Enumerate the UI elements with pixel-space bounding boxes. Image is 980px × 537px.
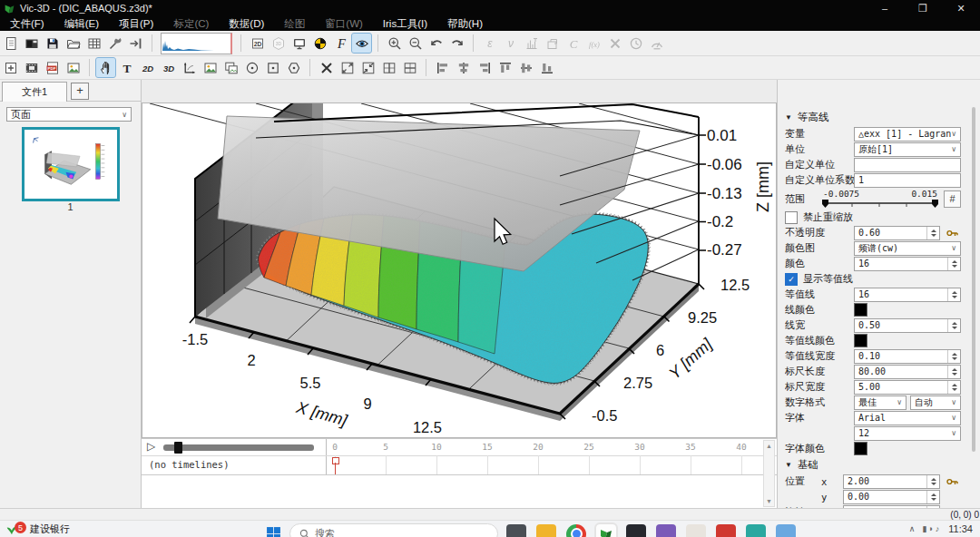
zoom-in-button[interactable] (385, 34, 404, 53)
export-animation-button[interactable] (22, 58, 41, 77)
timeline-scrollbar[interactable]: ▲ ▼ (763, 440, 775, 507)
delete-region-button[interactable] (317, 58, 336, 77)
close-button[interactable]: ✕ (942, 0, 980, 16)
unit-combobox[interactable]: 原始[1]∨ (854, 142, 961, 157)
menu-item-1[interactable]: 编辑(E) (54, 16, 109, 31)
shrink-region-button[interactable] (358, 58, 377, 77)
view-3d-button[interactable]: 3D (269, 34, 288, 53)
folder-icon[interactable] (536, 524, 556, 537)
isoline-width-spin-buttons[interactable] (947, 350, 960, 363)
menu-item-8[interactable]: 帮助(H) (437, 16, 493, 31)
plot-image-button[interactable] (201, 58, 220, 77)
panel-scrollbar[interactable] (968, 107, 979, 501)
save-animation-button[interactable] (22, 34, 41, 53)
font-size-combobox[interactable]: 12∨ (854, 426, 961, 441)
notebook-icon[interactable] (746, 524, 766, 537)
align-middle-button[interactable] (516, 58, 535, 77)
scroll-down-icon[interactable]: ▼ (764, 498, 774, 504)
colors-spin-buttons[interactable] (947, 258, 960, 270)
font-color-swatch[interactable] (854, 442, 867, 455)
rect-region-button[interactable] (263, 58, 282, 77)
doc-icon[interactable] (776, 524, 796, 537)
visibility-button[interactable] (352, 34, 371, 53)
disable-rescale-checkbox[interactable] (785, 211, 798, 224)
clock-button[interactable] (626, 34, 645, 53)
redo-button[interactable] (447, 34, 466, 53)
file-explorer-icon[interactable] (506, 524, 526, 537)
isolines-spinbox[interactable]: 16 (854, 288, 961, 302)
new-document-button[interactable] (1, 34, 20, 53)
menu-item-7[interactable]: Iris工具(I) (373, 16, 437, 31)
opacity-link-button[interactable] (945, 226, 961, 239)
page-thumbnail[interactable] (22, 127, 120, 201)
align-center-button[interactable] (454, 58, 473, 77)
position-x-link-button[interactable] (945, 474, 961, 488)
opacity-spinbox[interactable]: 0.60 (854, 226, 940, 240)
maximize-button[interactable]: ❒ (904, 0, 942, 16)
chrome-icon[interactable] (566, 524, 586, 537)
colors-spinbox[interactable]: 16 (854, 257, 961, 271)
function-button[interactable]: f(x) (584, 34, 603, 53)
scale-width-spinbox[interactable]: 5.00 (854, 380, 961, 395)
add-file-tab-button[interactable]: + (71, 83, 89, 100)
circle-region-button[interactable] (242, 58, 261, 77)
polygon-region-button[interactable] (284, 58, 303, 77)
split-horizontal-button[interactable] (379, 58, 398, 77)
font-family-combobox[interactable]: Arial∨ (854, 411, 961, 425)
number-format-combobox[interactable]: 最佳∨ (854, 395, 906, 410)
custom-unit-factor-input[interactable]: 1 (854, 173, 961, 188)
copy-plot-button[interactable] (221, 58, 240, 77)
line-width-spin-buttons[interactable] (947, 319, 960, 332)
timeline-slider[interactable] (163, 444, 314, 451)
tools-button[interactable] (105, 34, 124, 53)
undo-button[interactable] (426, 34, 446, 53)
position-x-spin-buttons[interactable] (926, 475, 939, 488)
scroll-up-icon[interactable]: ▲ (764, 443, 774, 449)
strain-epsilon-button[interactable]: ε (480, 34, 499, 53)
scale-width-spin-buttons[interactable] (947, 381, 960, 394)
add-text-button[interactable]: T (117, 58, 136, 77)
view-2d-button[interactable]: 2D (248, 34, 267, 53)
remove-button[interactable] (605, 34, 624, 53)
range-discrete-button[interactable]: # (944, 190, 961, 208)
pan-hand-button[interactable] (96, 58, 115, 77)
section-header[interactable]: ▼等高线 (778, 109, 980, 126)
font-button[interactable]: F (331, 34, 350, 53)
variable-combobox[interactable]: △exx [1] - Lagrange∨ (854, 127, 961, 142)
plot-2d-button[interactable]: 2D (138, 58, 157, 77)
open-folder-button[interactable] (64, 34, 83, 53)
align-left-button[interactable] (433, 58, 452, 77)
menu-item-4[interactable]: 数据(D) (219, 16, 274, 31)
import-data-button[interactable] (126, 34, 145, 53)
align-bottom-button[interactable] (537, 58, 556, 77)
pinned-app-label[interactable]: 建设银行 (30, 522, 70, 536)
data-table-button[interactable] (84, 34, 103, 53)
menu-item-2[interactable]: 项目(P) (109, 16, 163, 31)
inspector-chart-button[interactable] (522, 34, 541, 53)
fullscreen-button[interactable] (289, 34, 309, 53)
circle-tool-button[interactable]: C (564, 34, 583, 53)
position-x-spinbox[interactable]: 2.00 (843, 474, 940, 489)
line-color-swatch[interactable] (854, 303, 867, 317)
range-slider[interactable]: -0.00750.015 (821, 189, 939, 209)
colormap-combobox[interactable]: 频谱(cw)∨ (854, 241, 961, 256)
save-button[interactable] (43, 34, 62, 53)
split-vertical-button[interactable] (400, 58, 419, 77)
show-isolines-checkbox[interactable]: ✓ (785, 273, 798, 286)
tray-status-icons[interactable]: ▮◗♪ (922, 524, 941, 533)
expand-region-button[interactable] (338, 58, 357, 77)
isolines-spin-buttons[interactable] (947, 288, 960, 301)
page-type-combobox[interactable]: 页面 ∨ (6, 107, 132, 122)
histogram-widget[interactable] (161, 33, 232, 54)
tray-chevron-icon[interactable]: ∧ (909, 524, 916, 533)
menu-item-3[interactable]: 标定(C) (163, 16, 219, 31)
windows-start-icon[interactable] (266, 526, 281, 537)
play-button[interactable]: ▷ (147, 440, 155, 453)
extensometer-button[interactable] (543, 34, 562, 53)
plot-3d-button[interactable]: 3D (159, 58, 178, 77)
opacity-spin-buttons[interactable] (926, 227, 939, 239)
plot-axes-button[interactable] (180, 58, 199, 77)
gauge-button[interactable] (647, 34, 666, 53)
contrast-button[interactable] (310, 34, 329, 53)
model-icon[interactable] (656, 524, 676, 537)
